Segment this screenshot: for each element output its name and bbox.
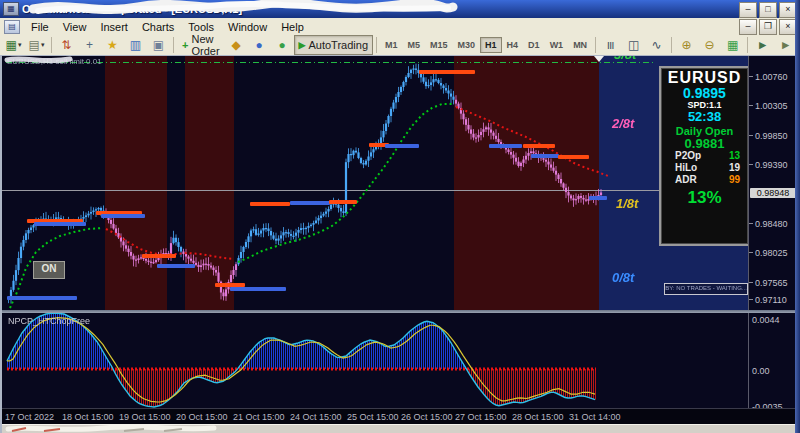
panel-row-label: HiLo (675, 162, 697, 174)
toolbar-separator (671, 37, 672, 53)
price-axis[interactable]: 1.007601.003050.998500.993900.984800.980… (748, 56, 798, 408)
price-tick (749, 105, 753, 106)
global-variables-button[interactable]: ● (248, 35, 271, 55)
murrey-label-1-8t: 1/8t (616, 196, 638, 211)
price-label: 0.99390 (755, 160, 788, 170)
time-axis[interactable]: 17 Oct 202218 Oct 15:0019 Oct 15:0020 Oc… (2, 408, 797, 425)
status-bar (2, 424, 797, 433)
menu-charts[interactable]: Charts (135, 20, 181, 34)
terminal-button[interactable]: ▥ (124, 35, 147, 55)
time-label: 31 Oct 14:00 (569, 412, 621, 422)
time-label: 24 Oct 15:00 (290, 412, 342, 422)
support-segment (489, 144, 522, 148)
zoom-in-icon: ⊕ (682, 37, 692, 53)
crosshair-button[interactable]: + (78, 35, 101, 55)
profiles-button[interactable]: ▤▾ (25, 35, 48, 55)
price-tick (749, 282, 753, 283)
indicator-scale-label: 0.00 (752, 366, 770, 376)
support-segment (589, 196, 607, 200)
history-center-button[interactable]: ◆ (225, 35, 248, 55)
timeframe-d1[interactable]: D1 (523, 37, 545, 53)
murrey-label-3-8t: 3/8t (614, 56, 636, 62)
zoom-in-button[interactable]: ⊕ (675, 35, 698, 55)
panel-row-value: 99 (729, 174, 740, 186)
price-tick (749, 252, 753, 253)
strategy-tester-button[interactable]: ▣ (147, 35, 170, 55)
new-order-button[interactable]: +New Order (177, 35, 225, 55)
menu-window[interactable]: Window (221, 20, 274, 34)
minimize-button[interactable]: – (739, 2, 757, 18)
time-label: 21 Oct 15:00 (233, 412, 285, 422)
chart-line-icon: ∿ (652, 37, 662, 53)
price-tick (749, 164, 753, 165)
navigator-button[interactable]: ★ (101, 35, 124, 55)
maximize-button[interactable]: □ (759, 2, 777, 18)
mt4-window: ▦ Octa Markets Incorporated - [EURUSD,H1… (0, 0, 800, 433)
timeframe-h1[interactable]: H1 (480, 37, 502, 53)
market-watch-button[interactable]: ⇅ (55, 35, 78, 55)
price-label: 0.99850 (755, 131, 788, 141)
chart-window-icon: ▤ (4, 20, 20, 34)
timeframe-m15[interactable]: M15 (425, 37, 453, 53)
support-segment (230, 287, 286, 291)
toolbar-separator (51, 37, 52, 53)
resistance-segment (329, 200, 357, 204)
toolbar-separator (595, 37, 596, 53)
timeframe-h4[interactable]: H4 (502, 37, 524, 53)
autotrading-button[interactable]: ▶AutoTrading (294, 35, 373, 55)
new-chart-button[interactable]: ▦▾ (2, 35, 25, 55)
zoom-out-button[interactable]: ⊖ (698, 35, 721, 55)
new-chart-icon: ▦ (6, 37, 17, 53)
panel-row-label: ADR (675, 174, 697, 186)
timeframe-m5[interactable]: M5 (403, 37, 426, 53)
chart-shift-button[interactable]: ► (774, 35, 797, 55)
resistance-segment (523, 144, 555, 148)
time-label: 27 Oct 15:00 (455, 412, 507, 422)
menubar: ▤ FileViewInsertChartsToolsWindowHelp – … (0, 18, 800, 36)
panel-row-adr: ADR99 (661, 174, 748, 186)
autotrading-play-icon: ▶ (299, 40, 306, 50)
chart-bars-button[interactable]: ||| (599, 35, 622, 55)
indicator-panel[interactable]: NPCP_HTChopFree (2, 313, 748, 408)
menu-view[interactable]: View (56, 20, 94, 34)
timeframe-m30[interactable]: M30 (453, 37, 481, 53)
current-price-box: 0.98948 (750, 188, 796, 198)
support-segment (34, 222, 86, 226)
timeframe-m1[interactable]: M1 (380, 37, 403, 53)
support-segment (385, 144, 419, 148)
menu-insert[interactable]: Insert (93, 20, 135, 34)
market-watch-icon: ⇅ (61, 37, 71, 53)
price-tick (749, 223, 753, 224)
chart-bars-icon: ||| (607, 37, 614, 53)
web-support-button[interactable]: ● (271, 35, 294, 55)
timeframe-w1[interactable]: W1 (545, 37, 569, 53)
support-segment (101, 214, 145, 218)
window-right-border (795, 0, 800, 433)
new-order-plus-icon: + (182, 39, 188, 51)
panel-row-p2op: P2Op13 (661, 150, 748, 162)
time-label: 17 Oct 2022 (5, 412, 54, 422)
menu-file[interactable]: File (24, 20, 56, 34)
toolbar-separator (376, 37, 377, 53)
chart-client-area: EURUSD,H1 sell limit 0.01 ON EURUSD 0.98… (0, 56, 795, 433)
indicator-name: NPCP_HTChopFree (8, 316, 90, 326)
support-segment (157, 264, 195, 268)
chart-line-button[interactable]: ∿ (645, 35, 668, 55)
panel-row-value: 19 (729, 162, 740, 174)
murrey-label-0-8t: 0/8t (612, 270, 634, 285)
indicator-canvas[interactable] (2, 313, 748, 408)
timeframe-mn[interactable]: MN (568, 37, 592, 53)
chart-candles-button[interactable]: ◫ (622, 35, 645, 55)
price-chart-canvas[interactable] (2, 56, 748, 310)
global-variables-icon: ● (255, 37, 262, 53)
main-chart[interactable]: EURUSD,H1 sell limit 0.01 ON EURUSD 0.98… (2, 56, 748, 310)
web-support-icon: ● (278, 37, 285, 53)
auto-scroll-button[interactable]: ► (751, 35, 774, 55)
child-restore-button[interactable]: ❐ (759, 19, 777, 35)
tile-windows-button[interactable]: ▦ (721, 35, 744, 55)
panel-row-value: 13 (729, 150, 740, 162)
on-toggle-button[interactable]: ON (33, 261, 65, 279)
menu-tools[interactable]: Tools (181, 20, 221, 34)
menu-help[interactable]: Help (274, 20, 311, 34)
child-minimize-button[interactable]: – (739, 19, 757, 35)
